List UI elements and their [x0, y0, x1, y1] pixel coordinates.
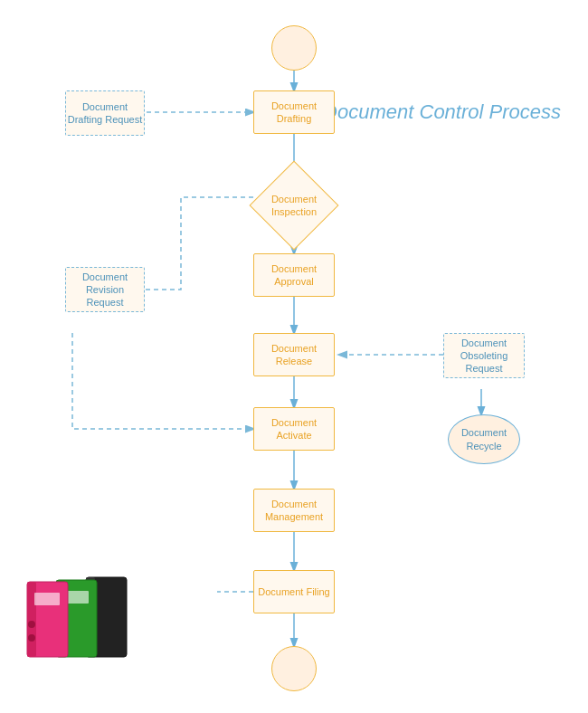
svg-point-24 [28, 634, 35, 642]
document-drafting-box: Document Drafting [253, 90, 335, 134]
binder-illustration [18, 573, 145, 663]
obsoleting-request-box: Document Obsoleting Request [443, 333, 525, 378]
document-release-box: Document Release [253, 333, 335, 376]
revision-request-box: Document Revision Request [65, 267, 145, 312]
end-circle [271, 646, 317, 691]
document-filing-box: Document Filing [253, 570, 335, 613]
document-management-box: Document Management [253, 489, 335, 532]
drafting-request-box: Document Drafting Request [65, 90, 145, 136]
start-circle [271, 25, 317, 71]
binders-svg [18, 573, 136, 663]
page-title: Document Control Process [323, 100, 561, 126]
svg-rect-22 [34, 593, 60, 605]
document-activate-box: Document Activate [253, 407, 335, 451]
svg-point-23 [28, 621, 35, 628]
document-recycle-ellipse: Document Recycle [448, 414, 520, 464]
document-approval-box: Document Approval [253, 253, 335, 297]
diagram-container: Document Control Process Document Drafti… [0, 0, 588, 713]
document-inspection-diamond: Document Inspection [262, 174, 326, 237]
